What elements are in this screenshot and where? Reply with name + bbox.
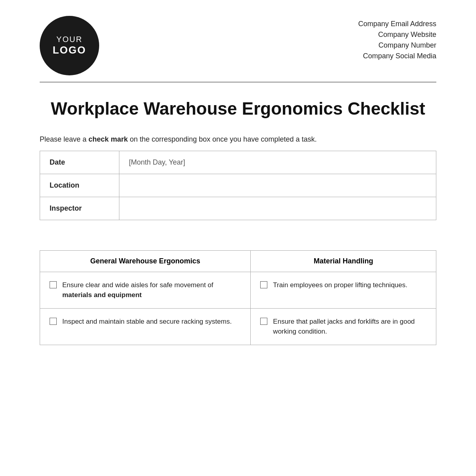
logo-line1: YOUR — [56, 35, 83, 44]
checklist-text-1-right: Train employees on proper lifting techni… — [273, 280, 407, 290]
location-value — [119, 174, 436, 197]
instruction-suffix: on the corresponding box once you have c… — [128, 135, 317, 143]
checklist-row-2: Inspect and maintain stable and secure r… — [40, 308, 436, 345]
title-section: Workplace Warehouse Ergonomics Checklist — [40, 98, 436, 119]
company-social: Company Social Media — [358, 52, 436, 60]
checkbox-1-right[interactable] — [260, 281, 267, 288]
checklist-cell-2-left: Inspect and maintain stable and secure r… — [40, 308, 251, 345]
checklist-table: General Warehouse Ergonomics Material Ha… — [40, 250, 436, 345]
header: YOUR LOGO Company Email Address Company … — [40, 16, 436, 75]
checklist-cell-wrapper: Train employees on proper lifting techni… — [260, 280, 426, 290]
checklist-cell-wrapper: Ensure clear and wide aisles for safe mo… — [50, 280, 241, 300]
checklist-cell-wrapper: Ensure that pallet jacks and forklifts a… — [260, 317, 426, 337]
checklist-text-2-left: Inspect and maintain stable and secure r… — [62, 317, 232, 327]
company-number: Company Number — [358, 41, 436, 50]
checklist-row-1: Ensure clear and wide aisles for safe mo… — [40, 272, 436, 308]
logo: YOUR LOGO — [40, 16, 99, 75]
company-email: Company Email Address — [358, 20, 436, 28]
instruction-prefix: Please leave a — [40, 135, 88, 143]
page-title: Workplace Warehouse Ergonomics Checklist — [40, 98, 436, 119]
checklist-col2-header: Material Handling — [251, 250, 436, 272]
checklist-col1-header: General Warehouse Ergonomics — [40, 250, 251, 272]
table-row: Inspector — [40, 197, 436, 220]
checklist-cell-2-right: Ensure that pallet jacks and forklifts a… — [251, 308, 436, 345]
checkbox-2-right[interactable] — [260, 318, 267, 325]
checklist-text-2-right: Ensure that pallet jacks and forklifts a… — [273, 317, 426, 337]
checklist-cell-1-right: Train employees on proper lifting techni… — [251, 272, 436, 308]
checklist-cell-wrapper: Inspect and maintain stable and secure r… — [50, 317, 241, 327]
checklist-text-1-left: Ensure clear and wide aisles for safe mo… — [62, 280, 241, 300]
checklist-header-row: General Warehouse Ergonomics Material Ha… — [40, 250, 436, 272]
info-table: Date [Month Day, Year] Location Inspecto… — [40, 151, 436, 220]
table-row: Location — [40, 174, 436, 197]
header-divider — [40, 82, 436, 83]
date-value: [Month Day, Year] — [119, 151, 436, 174]
date-label: Date — [40, 151, 119, 174]
company-website: Company Website — [358, 31, 436, 39]
inspector-label: Inspector — [40, 197, 119, 220]
page: YOUR LOGO Company Email Address Company … — [0, 0, 476, 476]
checkbox-1-left[interactable] — [50, 281, 57, 288]
logo-line2: LOGO — [53, 44, 86, 56]
table-row: Date [Month Day, Year] — [40, 151, 436, 174]
inspector-value — [119, 197, 436, 220]
checklist-cell-1-left: Ensure clear and wide aisles for safe mo… — [40, 272, 251, 308]
checkbox-2-left[interactable] — [50, 318, 57, 325]
instruction-text: Please leave a check mark on the corresp… — [40, 135, 436, 144]
company-info: Company Email Address Company Website Co… — [358, 16, 436, 60]
location-label: Location — [40, 174, 119, 197]
instruction-highlight: check mark — [88, 135, 128, 143]
